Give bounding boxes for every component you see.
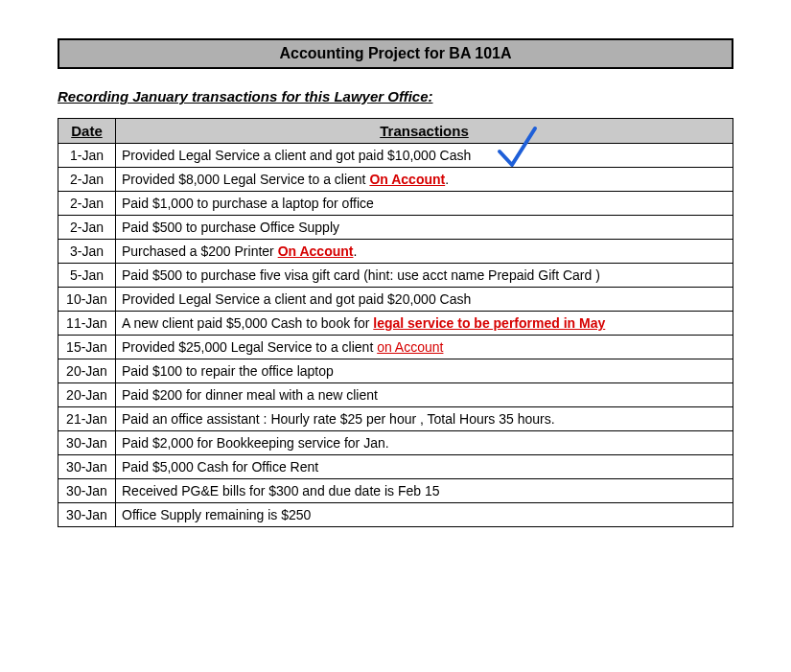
date-cell: 20-Jan xyxy=(58,383,116,407)
transaction-text: . xyxy=(353,243,357,259)
date-cell: 30-Jan xyxy=(58,455,116,479)
transaction-cell: Paid an office assistant : Hourly rate $… xyxy=(116,407,733,431)
table-row: 2-JanProvided $8,000 Legal Service to a … xyxy=(58,168,733,192)
transactions-table: Date Transactions 1-JanProvided Legal Se… xyxy=(58,118,733,527)
date-cell: 2-Jan xyxy=(58,216,116,240)
table-row: 20-JanPaid $100 to repair the office lap… xyxy=(58,359,733,383)
date-cell: 5-Jan xyxy=(58,264,116,288)
transaction-text: . xyxy=(445,172,449,187)
date-cell: 11-Jan xyxy=(58,312,116,336)
transaction-text: on Account xyxy=(377,339,443,355)
transaction-cell: Provided $25,000 Legal Service to a clie… xyxy=(116,336,733,359)
col-header-transactions: Transactions xyxy=(116,119,733,144)
date-cell: 3-Jan xyxy=(58,240,116,264)
transaction-cell: Provided Legal Service a client and got … xyxy=(116,144,733,168)
transaction-text: On Account xyxy=(278,243,354,259)
date-cell: 30-Jan xyxy=(58,479,116,503)
transaction-text: Paid $200 for dinner meal with a new cli… xyxy=(122,387,378,403)
date-cell: 30-Jan xyxy=(58,503,116,527)
transaction-text: Purchased a $200 Printer xyxy=(122,243,278,259)
table-header-row: Date Transactions xyxy=(58,119,733,144)
transaction-text: Paid $5,000 Cash for Office Rent xyxy=(122,459,318,475)
table-row: 2-JanPaid $1,000 to purchase a laptop fo… xyxy=(58,192,733,216)
date-cell: 21-Jan xyxy=(58,407,116,431)
transaction-text: Provided $25,000 Legal Service to a clie… xyxy=(122,339,377,355)
transaction-text: Received PG&E bills for $300 and due dat… xyxy=(122,483,440,498)
transaction-text: Office Supply remaining is $250 xyxy=(122,507,311,522)
table-row: 5-JanPaid $500 to purchase five visa gif… xyxy=(58,264,733,288)
transaction-text: Paid $100 to repair the office laptop xyxy=(122,363,334,379)
transaction-cell: Provided $8,000 Legal Service to a clien… xyxy=(116,168,733,192)
transaction-text: Paid an office assistant : Hourly rate $… xyxy=(122,411,555,427)
table-row: 10-JanProvided Legal Service a client an… xyxy=(58,288,733,312)
transaction-cell: Paid $200 for dinner meal with a new cli… xyxy=(116,383,733,407)
table-row: 21-JanPaid an office assistant : Hourly … xyxy=(58,407,733,431)
transaction-text: Paid $1,000 to purchase a laptop for off… xyxy=(122,196,374,211)
table-row: 3-JanPurchased a $200 Printer On Account… xyxy=(58,240,733,264)
transaction-cell: Provided Legal Service a client and got … xyxy=(116,288,733,312)
transaction-cell: A new client paid $5,000 Cash to book fo… xyxy=(116,312,733,336)
transaction-cell: Paid $1,000 to purchase a laptop for off… xyxy=(116,192,733,216)
date-cell: 15-Jan xyxy=(58,336,116,359)
col-header-date: Date xyxy=(58,119,116,144)
table-row: 30-JanOffice Supply remaining is $250 xyxy=(58,503,733,527)
transaction-cell: Office Supply remaining is $250 xyxy=(116,503,733,527)
transaction-text: A new client paid $5,000 Cash to book fo… xyxy=(122,315,373,331)
date-cell: 2-Jan xyxy=(58,168,116,192)
transaction-cell: Paid $2,000 for Bookkeeping service for … xyxy=(116,431,733,455)
transaction-text: Provided Legal Service a client and got … xyxy=(122,291,471,307)
table-row: 2-JanPaid $500 to purchase Office Supply xyxy=(58,216,733,240)
transaction-text: Paid $500 to purchase five visa gift car… xyxy=(122,267,600,283)
transaction-cell: Received PG&E bills for $300 and due dat… xyxy=(116,479,733,503)
table-row: 11-JanA new client paid $5,000 Cash to b… xyxy=(58,312,733,336)
subtitle: Recording January transactions for this … xyxy=(58,88,733,104)
table-row: 15-JanProvided $25,000 Legal Service to … xyxy=(58,336,733,359)
date-cell: 2-Jan xyxy=(58,192,116,216)
page-title: Accounting Project for BA 101A xyxy=(58,38,733,69)
date-cell: 20-Jan xyxy=(58,359,116,383)
transaction-text: Provided Legal Service a client and got … xyxy=(122,148,471,163)
transaction-text: Paid $2,000 for Bookkeeping service for … xyxy=(122,435,389,451)
transaction-cell: Paid $5,000 Cash for Office Rent xyxy=(116,455,733,479)
transaction-text: Paid $500 to purchase Office Supply xyxy=(122,220,339,235)
transaction-cell: Paid $100 to repair the office laptop xyxy=(116,359,733,383)
transaction-cell: Purchased a $200 Printer On Account. xyxy=(116,240,733,264)
transaction-cell: Paid $500 to purchase Office Supply xyxy=(116,216,733,240)
transaction-text: On Account xyxy=(369,172,445,187)
table-row: 1-JanProvided Legal Service a client and… xyxy=(58,144,733,168)
transaction-cell: Paid $500 to purchase five visa gift car… xyxy=(116,264,733,288)
table-row: 30-JanReceived PG&E bills for $300 and d… xyxy=(58,479,733,503)
table-row: 30-JanPaid $2,000 for Bookkeeping servic… xyxy=(58,431,733,455)
table-row: 30-JanPaid $5,000 Cash for Office Rent xyxy=(58,455,733,479)
date-cell: 1-Jan xyxy=(58,144,116,168)
date-cell: 30-Jan xyxy=(58,431,116,455)
transaction-text: legal service to be performed in May xyxy=(373,315,605,331)
date-cell: 10-Jan xyxy=(58,288,116,312)
table-row: 20-JanPaid $200 for dinner meal with a n… xyxy=(58,383,733,407)
transaction-text: Provided $8,000 Legal Service to a clien… xyxy=(122,172,369,187)
